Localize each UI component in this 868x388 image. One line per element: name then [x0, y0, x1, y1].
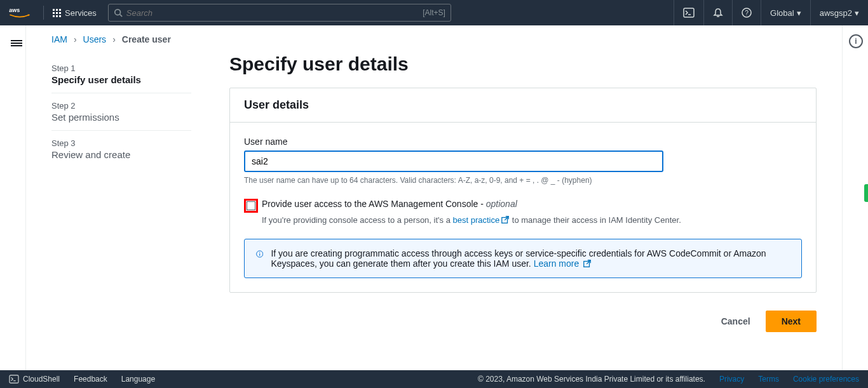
search-icon — [114, 8, 123, 17]
external-link-icon — [501, 215, 510, 224]
svg-rect-3 — [684, 8, 694, 17]
wizard-step-3[interactable]: Step 3 Review and create — [51, 131, 191, 168]
console-access-label: Provide user access to the AWS Managemen… — [262, 199, 517, 209]
step-title: Specify user details — [51, 74, 191, 85]
svg-rect-11 — [259, 253, 260, 256]
aws-logo[interactable]: aws — [9, 6, 31, 19]
info-text: If you are creating programmatic access … — [271, 248, 766, 269]
chevron-right-icon: › — [112, 34, 116, 44]
cancel-button[interactable]: Cancel — [715, 311, 757, 331]
wizard-step-2[interactable]: Step 2 Set permissions — [51, 93, 191, 131]
step-title: Set permissions — [51, 112, 191, 123]
footer-copyright: © 2023, Amazon Web Services India Privat… — [478, 375, 705, 384]
sub-post: to manage their access in IAM Identity C… — [510, 215, 681, 225]
svg-text:aws: aws — [9, 7, 20, 13]
panel-header: User details — [230, 88, 816, 123]
region-label: Global — [770, 8, 794, 18]
best-practice-link[interactable]: best practice — [453, 215, 510, 225]
services-menu[interactable]: Services — [48, 8, 102, 18]
footer-privacy[interactable]: Privacy — [719, 375, 744, 384]
cloudshell-icon — [683, 8, 695, 18]
step-title: Review and create — [51, 149, 191, 160]
console-access-checkbox[interactable] — [244, 199, 258, 213]
user-details-panel: User details User name The user name can… — [229, 88, 817, 293]
footer-feedback[interactable]: Feedback — [74, 375, 107, 384]
notifications-button[interactable] — [703, 0, 732, 25]
info-icon: i — [855, 37, 857, 46]
search-input[interactable] — [123, 8, 423, 18]
step-number: Step 3 — [51, 138, 191, 148]
wizard-step-1[interactable]: Step 1 Specify user details — [51, 56, 191, 93]
cloudshell-icon — [9, 375, 19, 384]
footer-cloudshell-label: CloudShell — [23, 375, 60, 384]
footer-terms[interactable]: Terms — [758, 375, 779, 384]
external-link-icon — [583, 259, 592, 268]
cloudshell-top-button[interactable] — [674, 0, 703, 25]
svg-rect-13 — [10, 375, 18, 383]
account-menu[interactable]: awsgsp2 ▾ — [810, 0, 868, 25]
console-access-subtext: If you're providing console access to a … — [262, 215, 802, 225]
sub-pre: If you're providing console access to a … — [262, 215, 453, 225]
username-hint: The user name can have up to 64 characte… — [244, 176, 802, 185]
username-label: User name — [244, 137, 802, 147]
page-container: IAM › Users › Create user Step 1 Specify… — [25, 25, 843, 370]
svg-text:?: ? — [745, 10, 749, 17]
page-title: Specify user details — [229, 53, 817, 75]
help-button[interactable]: ? — [732, 0, 761, 25]
next-button[interactable]: Next — [766, 311, 817, 332]
breadcrumb-current: Create user — [122, 34, 171, 44]
svg-line-2 — [119, 15, 122, 17]
username-input[interactable] — [244, 151, 663, 172]
breadcrumb-users[interactable]: Users — [83, 34, 107, 44]
services-grid-icon — [53, 9, 61, 17]
account-label: awsgsp2 — [820, 8, 852, 18]
global-search[interactable]: [Alt+S] — [108, 4, 451, 22]
checkbox-optional-text: optional — [486, 199, 517, 209]
services-label: Services — [65, 8, 97, 18]
nav-divider — [43, 6, 44, 20]
bell-icon — [713, 8, 723, 18]
hamburger-icon — [11, 39, 22, 48]
checkbox-main-text: Provide user access to the AWS Managemen… — [262, 199, 486, 209]
learn-more-link[interactable]: Learn more — [534, 258, 592, 269]
footer: CloudShell Feedback Language © 2023, Ama… — [0, 370, 868, 388]
feedback-nub[interactable] — [864, 184, 868, 202]
step-number: Step 2 — [51, 101, 191, 110]
breadcrumb: IAM › Users › Create user — [51, 34, 817, 44]
footer-cloudshell[interactable]: CloudShell — [9, 375, 60, 384]
info-icon — [256, 248, 263, 260]
top-nav: aws Services [Alt+S] ? Global ▾ awsgsp2 … — [0, 0, 868, 25]
step-number: Step 1 — [51, 64, 191, 73]
footer-cookie[interactable]: Cookie preferences — [793, 375, 859, 384]
svg-point-10 — [259, 252, 260, 253]
footer-language[interactable]: Language — [121, 375, 155, 384]
breadcrumb-iam[interactable]: IAM — [51, 34, 67, 44]
checkbox-inner — [247, 201, 255, 210]
info-panel-toggle[interactable]: i — [849, 34, 863, 48]
caret-down-icon: ▾ — [855, 8, 859, 18]
svg-point-1 — [115, 10, 121, 15]
caret-down-icon: ▾ — [797, 8, 801, 18]
search-kbd-hint: [Alt+S] — [423, 8, 445, 17]
programmatic-access-info: If you are creating programmatic access … — [244, 239, 802, 278]
chevron-right-icon: › — [74, 34, 77, 44]
region-menu[interactable]: Global ▾ — [761, 0, 810, 25]
main-content: Specify user details User details User n… — [229, 52, 817, 332]
help-icon: ? — [742, 8, 752, 18]
wizard-steps: Step 1 Specify user details Step 2 Set p… — [51, 52, 191, 332]
topnav-right: ? Global ▾ awsgsp2 ▾ — [674, 0, 868, 25]
form-actions: Cancel Next — [229, 311, 817, 332]
